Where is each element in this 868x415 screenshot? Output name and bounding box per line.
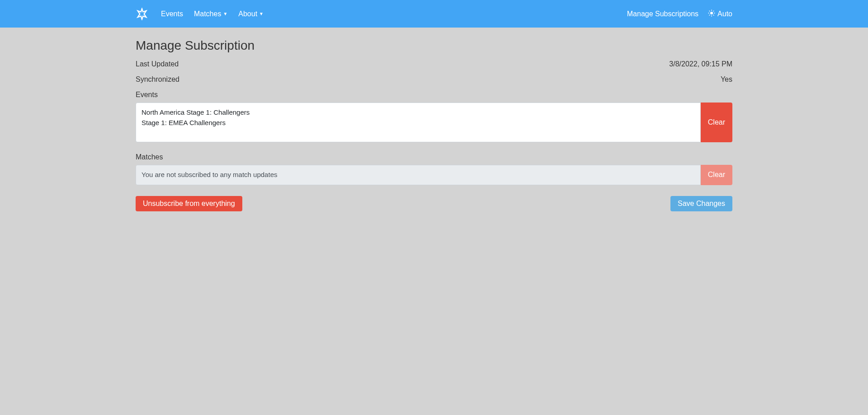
events-clear-label: Clear [708,118,725,126]
theme-label: Auto [717,10,732,18]
nav-matches-label: Matches [194,10,221,18]
synchronized-row: Synchronized Yes [136,75,732,84]
unsubscribe-button[interactable]: Unsubscribe from everything [136,196,242,211]
nav-about-label: About [238,10,257,18]
nav-matches[interactable]: Matches ▼ [190,6,231,22]
nav-events[interactable]: Events [157,6,187,22]
events-list-item[interactable]: North America Stage 1: Challengers [142,107,695,118]
navbar-left: Events Matches ▼ About ▼ [136,6,267,22]
action-row: Unsubscribe from everything Save Changes [136,196,732,211]
events-section: Events North America Stage 1: Challenger… [136,91,732,142]
synchronized-value: Yes [721,75,732,84]
nav-manage-subscriptions[interactable]: Manage Subscriptions [623,6,702,22]
matches-section: Matches You are not subscribed to any ma… [136,153,732,185]
svg-point-0 [710,12,713,14]
page-title: Manage Subscription [136,38,732,53]
last-updated-label: Last Updated [136,60,179,68]
navbar-right: Manage Subscriptions [623,6,732,22]
navbar: Events Matches ▼ About ▼ Manage Subscrip… [0,0,868,28]
events-clear-button[interactable]: Clear [701,103,732,142]
events-list-item[interactable]: Stage 1: EMEA Challengers [142,118,695,128]
svg-line-5 [709,10,710,11]
svg-line-7 [709,14,710,15]
unsubscribe-label: Unsubscribe from everything [143,200,235,207]
last-updated-value: 3/8/2022, 09:15 PM [669,60,732,68]
svg-line-6 [713,14,714,15]
main-container: Manage Subscription Last Updated 3/8/202… [136,28,732,211]
save-label: Save Changes [678,200,725,207]
nav-events-label: Events [161,10,183,18]
matches-clear-button: Clear [701,165,732,185]
synchronized-label: Synchronized [136,75,179,84]
sun-icon [708,9,716,19]
logo-icon[interactable] [136,8,148,20]
nav-about[interactable]: About ▼ [235,6,267,22]
svg-line-8 [713,10,714,11]
save-button[interactable]: Save Changes [670,196,732,211]
last-updated-row: Last Updated 3/8/2022, 09:15 PM [136,60,732,68]
navbar-inner: Events Matches ▼ About ▼ Manage Subscrip… [136,6,732,22]
chevron-down-icon: ▼ [259,11,264,16]
chevron-down-icon: ▼ [223,11,227,16]
matches-section-label: Matches [136,153,732,161]
theme-toggle[interactable]: Auto [708,9,732,19]
matches-empty-text: You are not subscribed to any match upda… [142,171,277,178]
matches-list-box: You are not subscribed to any match upda… [136,165,701,185]
nav-manage-subscriptions-label: Manage Subscriptions [627,10,698,18]
matches-clear-label: Clear [708,171,725,179]
events-list-box[interactable]: North America Stage 1: Challengers Stage… [136,103,701,142]
events-section-label: Events [136,91,732,99]
events-list-row: North America Stage 1: Challengers Stage… [136,103,732,142]
matches-list-row: You are not subscribed to any match upda… [136,165,732,185]
